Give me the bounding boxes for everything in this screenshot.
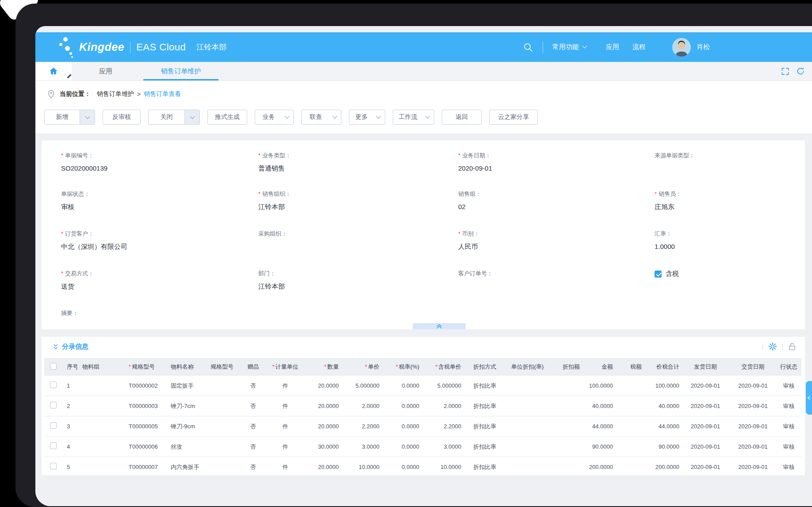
row-checkbox[interactable] <box>50 463 57 469</box>
row-checkbox[interactable] <box>50 442 57 449</box>
refresh-icon[interactable] <box>796 67 805 76</box>
toolbar-button-label: 返回 <box>442 113 481 121</box>
field-label: 来源单据类型： <box>655 152 812 160</box>
column-header: 折扣额 <box>548 363 582 370</box>
column-header: 折扣方式 <box>463 363 506 370</box>
table-cell: 2.2000 <box>341 423 381 430</box>
chevron-down-icon <box>425 113 430 118</box>
entry-header: 分录信息 <box>42 337 805 358</box>
table-cell: 44.0000 <box>582 423 615 430</box>
field-value: 庄旭东 <box>655 203 812 211</box>
table-cell <box>44 402 62 410</box>
table-cell: 20.0000 <box>307 382 341 389</box>
table-cell: 丝攻 <box>166 443 206 450</box>
tab-applications[interactable]: 应用 <box>78 62 134 80</box>
required-star: * <box>272 363 274 370</box>
search-icon[interactable] <box>523 42 533 53</box>
column-header: 发货日期 <box>681 363 730 370</box>
tax-included-checkbox[interactable] <box>655 271 662 278</box>
header-menu-1[interactable]: 常用功能 <box>552 43 586 51</box>
header-menu-2[interactable]: 应用 <box>606 43 619 51</box>
entry-title[interactable]: 分录信息 <box>53 343 88 351</box>
table-cell: 100.0000 <box>582 382 615 389</box>
menu-label: 流程 <box>632 43 646 51</box>
toolbar-split-dropdown[interactable] <box>184 110 199 124</box>
column-header: *规格型号 <box>124 363 166 370</box>
toolbar-split-dropdown[interactable] <box>80 110 95 124</box>
app-window: Kingdee EAS Cloud 江铃本部 常用功能应用流程 <box>35 26 812 506</box>
form-field: 来源单据类型： <box>655 152 812 164</box>
table-cell: 2020-09-01 <box>730 423 776 430</box>
breadcrumb-current: 销售订单查看 <box>144 90 181 98</box>
menu-label: 应用 <box>606 43 619 51</box>
toolbar-button-2[interactable]: 反审核 <box>103 110 141 125</box>
form-field: 摘要： <box>61 309 247 322</box>
toolbar-button-label: 关闭 <box>149 113 184 121</box>
order-header-form: *单据编号：SO2020000139*业务类型：普通销售*业务日期：2020-0… <box>42 141 805 329</box>
toolbar-button-7[interactable]: 更多 <box>349 110 385 125</box>
tab-label: 应用 <box>99 67 112 76</box>
row-checkbox[interactable] <box>50 402 57 408</box>
table-cell: 5.000000 <box>341 382 381 389</box>
row-checkbox[interactable] <box>50 422 57 429</box>
field-label: 客户订单号： <box>458 270 644 278</box>
tab-sales-order-maintenance[interactable]: 销售订单维护 <box>143 62 218 80</box>
table-cell: 折扣比率 <box>463 464 506 471</box>
table-cell: 否 <box>243 403 263 410</box>
table-cell: 否 <box>243 423 263 430</box>
gear-icon[interactable] <box>768 342 777 351</box>
form-field: *销售员：庄旭东 <box>655 190 812 211</box>
table-cell: 2020-09-01 <box>730 403 776 410</box>
table-cell: 否 <box>243 464 263 471</box>
breadcrumb-prefix: 当前位置： <box>60 90 91 98</box>
table-cell: 锉刀-9cm <box>166 423 206 430</box>
user-name[interactable]: 肖松 <box>697 43 710 51</box>
toolbar-button-9[interactable]: 返回 <box>442 110 482 125</box>
entry-title-label: 分录信息 <box>62 343 88 351</box>
toolbar-button-3[interactable]: 关闭 <box>148 110 200 125</box>
field-label: *币别： <box>458 230 644 238</box>
table-cell: 2020-09-01 <box>730 382 776 389</box>
table-cell: 10.0000 <box>421 464 463 471</box>
form-field: 含税 <box>655 270 812 278</box>
table-cell: 90.0000 <box>582 443 615 450</box>
user-avatar[interactable] <box>672 38 691 57</box>
toolbar-button-label: 工作流 <box>393 113 423 121</box>
row-checkbox[interactable] <box>50 381 57 388</box>
toolbar-button-6[interactable]: 联查 <box>301 110 341 125</box>
brand-name: Kingdee <box>79 41 124 53</box>
collapse-form-button[interactable] <box>413 323 466 329</box>
column-header: 金额 <box>582 363 615 370</box>
field-label: 采购组织： <box>258 230 444 238</box>
table-cell: 20.0000 <box>307 403 341 410</box>
screenshot-stage: Kingdee EAS Cloud 江铃本部 常用功能应用流程 <box>0 0 812 507</box>
column-header <box>44 363 62 371</box>
table-cell: 件 <box>263 464 307 471</box>
table-cell: 2.2000 <box>421 423 463 430</box>
toolbar-button-1[interactable]: 新增 <box>44 110 95 125</box>
column-header: 单位折扣(率) <box>506 363 548 370</box>
header-divider <box>130 42 130 53</box>
home-tab[interactable] <box>35 62 72 80</box>
app-header: Kingdee EAS Cloud 江铃本部 常用功能应用流程 <box>35 32 812 62</box>
toolbar-button-10[interactable]: 云之家分享 <box>489 110 538 125</box>
lock-icon[interactable] <box>788 342 796 351</box>
select-all-checkbox[interactable] <box>50 363 57 370</box>
field-value: SO2020000139 <box>61 164 247 172</box>
table-cell: 2.0000 <box>421 403 463 410</box>
breadcrumb-parent[interactable]: 销售订单维护 <box>97 90 134 98</box>
toolbar-button-4[interactable]: 推式生成 <box>207 110 247 125</box>
table-cell: 0.0000 <box>381 403 421 410</box>
field-value: 送货 <box>61 282 247 291</box>
fullscreen-icon[interactable] <box>781 67 789 76</box>
header-menu-3[interactable]: 流程 <box>632 43 646 51</box>
side-panel-toggle[interactable] <box>806 381 812 415</box>
column-header: 序号 <box>62 363 77 370</box>
chevron-down-icon <box>85 114 90 119</box>
toolbar-button-5[interactable]: 业务 <box>255 110 294 125</box>
toolbar-button-8[interactable]: 工作流 <box>393 110 434 125</box>
table-cell: T00000007 <box>124 464 166 471</box>
table-cell: 折扣比率 <box>463 423 506 430</box>
form-field: *业务类型：普通销售 <box>258 152 444 173</box>
column-header: *数量 <box>307 363 341 370</box>
